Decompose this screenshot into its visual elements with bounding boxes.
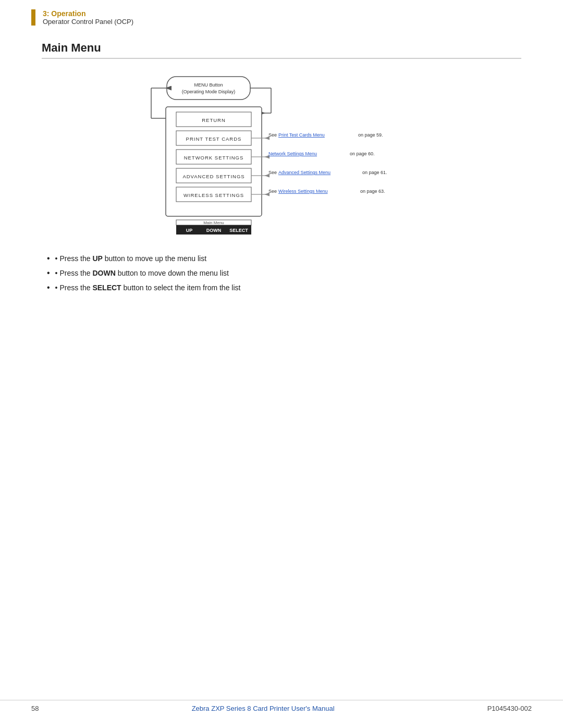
bullet-dot-2: • <box>55 269 60 277</box>
svg-text:Advanced Settings Menu: Advanced Settings Menu <box>278 170 331 175</box>
svg-text:ADVANCED SETTINGS: ADVANCED SETTINGS <box>182 174 244 179</box>
instruction-list: • Press the UP button to move up the men… <box>42 254 521 292</box>
subtitle-label: Operator Control Panel (OCP) <box>43 18 133 26</box>
svg-text:Network Settings Menu: Network Settings Menu <box>268 151 317 156</box>
svg-text:Main Menu: Main Menu <box>203 220 224 225</box>
diagram-wrapper: MENU Button (Operating Mode Display) <box>99 71 464 238</box>
svg-rect-0 <box>167 77 250 100</box>
select-bold: SELECT <box>92 283 121 292</box>
svg-text:(Operating Mode Display): (Operating Mode Display) <box>182 89 236 94</box>
svg-text:on page 61.: on page 61. <box>362 170 387 175</box>
footer-center-text: Zebra ZXP Series 8 Card Printer User's M… <box>39 705 487 712</box>
svg-text:DOWN: DOWN <box>206 228 222 233</box>
page-header: 3: Operation Operator Control Panel (OCP… <box>0 0 563 31</box>
page-content: Main Menu MENU Button (Operating Mode Di… <box>0 31 563 339</box>
svg-text:PRINT TEST CARDS: PRINT TEST CARDS <box>186 136 242 142</box>
svg-text:RETURN: RETURN <box>202 117 226 123</box>
svg-text:on page 63.: on page 63. <box>360 189 385 194</box>
svg-text:See: See <box>268 170 277 175</box>
svg-text:UP: UP <box>186 228 193 233</box>
list-item-down: • Press the DOWN button to move down the… <box>47 268 521 278</box>
svg-text:Print Test Cards Menu: Print Test Cards Menu <box>278 132 325 138</box>
svg-text:See: See <box>268 132 277 138</box>
svg-text:on page 60.: on page 60. <box>350 151 375 156</box>
bullet-text-select: Press the SELECT button to select the it… <box>59 283 240 292</box>
bullet-dot: • <box>55 254 60 263</box>
svg-text:See: See <box>268 189 277 194</box>
up-bold: UP <box>92 254 102 263</box>
down-bold: DOWN <box>92 269 115 277</box>
bullet-text-down: Press the DOWN button to move down the m… <box>59 269 228 277</box>
bullet-dot-3: • <box>55 283 60 292</box>
header-text-block: 3: Operation Operator Control Panel (OCP… <box>43 9 133 26</box>
svg-text:Wireless Settings Menu: Wireless Settings Menu <box>278 189 328 194</box>
footer-page-number: 58 <box>31 705 39 712</box>
svg-text:NETWORK SETTINGS: NETWORK SETTINGS <box>184 155 244 161</box>
bullet-text-up: Press the UP button to move up the menu … <box>59 254 206 263</box>
main-menu-diagram: MENU Button (Operating Mode Display) <box>99 71 464 238</box>
page-footer: 58 Zebra ZXP Series 8 Card Printer User'… <box>0 700 563 712</box>
footer-right-text: P1045430-002 <box>487 705 532 712</box>
list-item-up: • Press the UP button to move up the men… <box>47 254 521 263</box>
svg-text:MENU Button: MENU Button <box>194 82 223 88</box>
header-accent-bar <box>31 9 35 26</box>
chapter-label: 3: Operation <box>43 9 133 18</box>
svg-text:WIRELESS SETTINGS: WIRELESS SETTINGS <box>183 192 244 198</box>
svg-text:SELECT: SELECT <box>229 228 248 233</box>
svg-text:on page 59.: on page 59. <box>358 132 383 138</box>
page-title: Main Menu <box>42 41 521 59</box>
list-item-select: • Press the SELECT button to select the … <box>47 283 521 292</box>
